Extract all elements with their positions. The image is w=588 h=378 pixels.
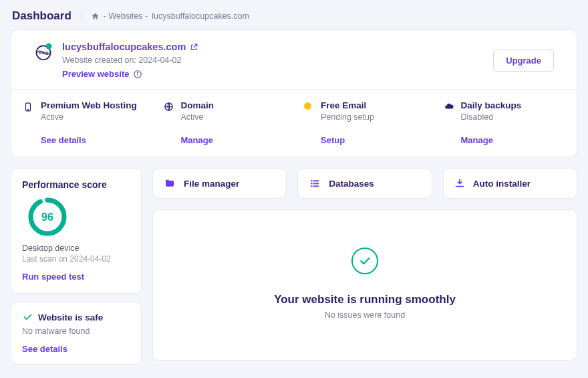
list-icon (309, 178, 321, 189)
svg-rect-15 (313, 183, 319, 184)
check-icon (22, 312, 33, 322)
safety-details-link[interactable]: See details (22, 344, 67, 354)
tool-label: Databases (329, 179, 374, 189)
svg-point-7 (27, 110, 28, 110)
external-link-icon (190, 43, 198, 52)
performance-heading: Performance score (22, 179, 130, 190)
svg-point-2 (46, 43, 52, 50)
website-globe-icon: WWW (34, 42, 53, 61)
service-action-manage[interactable]: Manage (181, 135, 213, 145)
service-title: Premium Web Hosting (41, 100, 145, 110)
performance-score-ring: 96 (27, 197, 67, 237)
download-icon (454, 178, 465, 189)
tool-label: File manager (184, 179, 239, 189)
service-status: Active (41, 112, 145, 122)
preview-website-link[interactable]: Preview website (62, 69, 129, 79)
site-name-text: lucysbuffalocupcakes.com (62, 41, 186, 52)
performance-score-value: 96 (41, 211, 53, 223)
service-status: Pending setup (321, 112, 425, 122)
status-title: Your website is running smoothly (164, 293, 566, 306)
service-title: Free Email (321, 100, 425, 110)
svg-point-9 (304, 102, 311, 110)
tool-auto-installer[interactable]: Auto installer (443, 168, 577, 199)
warning-dot-icon (303, 100, 314, 146)
safety-card: Website is safe No malware found See det… (11, 302, 142, 365)
svg-rect-14 (311, 183, 313, 184)
service-action-details[interactable]: See details (41, 135, 86, 145)
tool-label: Auto installer (473, 179, 531, 189)
svg-text:WWW: WWW (39, 51, 49, 55)
upgrade-button[interactable]: Upgrade (493, 50, 554, 72)
tool-file-manager[interactable]: File manager (152, 168, 287, 199)
safety-heading: Website is safe (38, 312, 103, 322)
service-status: Disabled (461, 112, 565, 122)
breadcrumb-sep: - Websites - (104, 11, 148, 21)
safety-sub: No malware found (22, 326, 130, 336)
performance-device: Desktop device (22, 244, 130, 253)
performance-last-scan: Last scan on 2024-04-02 (22, 254, 130, 264)
tool-databases[interactable]: Databases (297, 168, 432, 199)
home-icon[interactable] (91, 12, 100, 21)
svg-rect-16 (311, 185, 313, 187)
svg-rect-12 (311, 180, 313, 181)
service-backups: Daily backups Disabled Manage (434, 99, 575, 147)
status-panel: Your website is running smoothly No issu… (152, 209, 577, 361)
service-email: Free Email Pending setup Setup (294, 99, 434, 147)
folder-icon (164, 178, 176, 189)
svg-rect-13 (313, 180, 319, 181)
service-title: Domain (181, 100, 285, 110)
svg-rect-17 (313, 185, 319, 187)
breadcrumb: - Websites - lucysbuffalocupcakes.com (91, 11, 249, 21)
site-name-link[interactable]: lucysbuffalocupcakes.com (62, 41, 198, 52)
status-sub: No issues were found (164, 310, 566, 320)
run-speed-test-link[interactable]: Run speed test (22, 272, 84, 282)
phone-icon (23, 100, 34, 146)
service-action-manage[interactable]: Manage (461, 135, 493, 145)
service-domain: Domain Active Manage (154, 99, 295, 147)
breadcrumb-site[interactable]: lucysbuffalocupcakes.com (152, 11, 249, 21)
page-title: Dashboard (12, 9, 71, 23)
globe-icon (164, 100, 174, 146)
status-check-icon (351, 248, 378, 274)
service-status: Active (181, 112, 285, 122)
info-icon[interactable] (133, 70, 142, 79)
service-title: Daily backups (461, 100, 565, 110)
created-date: Website created on: 2024-04-02 (62, 56, 484, 65)
svg-point-5 (138, 72, 138, 73)
divider (81, 10, 82, 22)
performance-card: Performance score 96 Desktop device Last… (11, 168, 142, 294)
service-hosting: Premium Web Hosting Active See details (14, 99, 154, 147)
cloud-icon (444, 100, 454, 146)
service-action-setup[interactable]: Setup (321, 135, 345, 145)
